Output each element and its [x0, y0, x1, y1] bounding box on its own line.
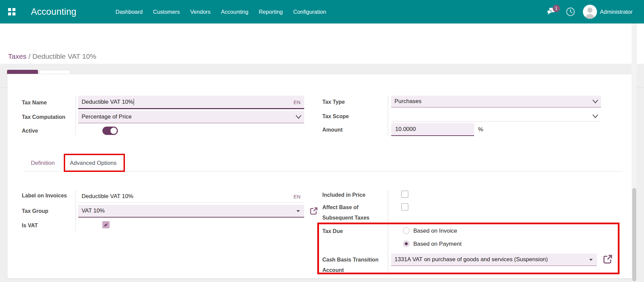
amount-label: Amount	[322, 126, 342, 133]
tax-group-select[interactable]: VAT 10%	[78, 205, 304, 218]
tax-scope-label: Tax Scope	[322, 113, 349, 120]
tax-computation-value: Percentage of Price	[82, 113, 132, 120]
label-on-invoices-label: Label on Invoices	[22, 192, 67, 199]
menu-configuration[interactable]: Configuration	[293, 9, 326, 15]
cash-basis-account-label: Cash Basis Transition Account	[322, 254, 389, 275]
apps-grid-icon[interactable]	[8, 8, 15, 15]
menu-reporting[interactable]: Reporting	[259, 9, 283, 15]
active-label: Active	[22, 127, 38, 134]
tax-type-value: Purchases	[395, 98, 421, 105]
tax-group-value: VAT 10%	[82, 207, 105, 214]
messages-badge: 1	[553, 5, 560, 12]
active-toggle[interactable]	[102, 127, 118, 135]
cash-basis-account-select[interactable]: 1331A VAT on purchase of goods and servi…	[391, 253, 597, 266]
chevron-down-icon	[592, 114, 598, 119]
caret-down-icon	[589, 259, 593, 261]
amount-value: 10.0000	[395, 126, 416, 133]
main-menu: Dashboard Customers Vendors Accounting R…	[116, 0, 326, 23]
menu-customers[interactable]: Customers	[153, 9, 180, 15]
affect-base-checkbox[interactable]	[401, 203, 408, 210]
caret-down-icon	[296, 210, 300, 212]
tax-name-value: Deductible VAT 10%	[82, 99, 133, 105]
label-on-invoices-value: Deductible VAT 10%	[82, 193, 133, 200]
external-link-icon[interactable]	[603, 254, 613, 264]
navbar-right: 1 Administrator	[547, 0, 633, 23]
messages-icon[interactable]: 1	[547, 7, 558, 17]
menu-vendors[interactable]: Vendors	[190, 9, 211, 15]
based-on-payment-radio[interactable]	[403, 240, 410, 247]
activities-clock-icon[interactable]	[565, 7, 576, 17]
tax-name-input[interactable]: Deductible VAT 10% EN	[78, 96, 304, 109]
text-cursor	[134, 99, 134, 105]
toggle-knob	[110, 128, 117, 134]
breadcrumb-separator: /	[27, 52, 33, 60]
tab-advanced-options[interactable]: Advanced Options	[70, 160, 117, 167]
language-badge[interactable]: EN	[293, 194, 301, 199]
tax-group-label: Tax Group	[22, 207, 48, 215]
breadcrumb-current: Deductible VAT 10%	[32, 52, 96, 60]
is-vat-checkbox[interactable]: ✔	[102, 221, 109, 228]
menu-accounting[interactable]: Accounting	[221, 9, 248, 15]
based-on-payment-label: Based on Payment	[413, 241, 462, 247]
chevron-down-icon	[592, 99, 598, 104]
tax-computation-label: Tax Computation	[22, 113, 65, 121]
is-vat-label: Is VAT	[22, 222, 38, 229]
label-on-invoices-input[interactable]: Deductible VAT 10% EN	[78, 190, 304, 203]
tab-definition[interactable]: Definition	[31, 160, 55, 167]
tax-due-label: Tax Due	[322, 228, 343, 235]
tax-scope-select[interactable]	[391, 111, 601, 122]
cash-basis-account-value: 1331A VAT on purchase of goods and servi…	[395, 256, 548, 263]
column-separator	[388, 96, 388, 136]
user-name: Administrator	[600, 9, 633, 15]
tax-computation-select[interactable]: Percentage of Price	[78, 111, 304, 123]
avatar	[583, 5, 597, 19]
top-navbar: Accounting Dashboard Customers Vendors A…	[0, 0, 644, 23]
tabs-underline	[24, 171, 623, 172]
column-separator	[76, 96, 76, 135]
external-link-icon[interactable]	[310, 207, 318, 215]
app-title[interactable]: Accounting	[31, 0, 77, 23]
tax-type-label: Tax Type	[322, 98, 345, 105]
amount-input[interactable]: 10.0000	[391, 123, 474, 136]
tax-type-select[interactable]: Purchases	[391, 96, 601, 107]
included-in-price-label: Included in Price	[322, 191, 365, 198]
based-on-invoice-radio[interactable]	[403, 227, 410, 234]
affect-base-label: Affect Base of Subsequent Taxes	[322, 202, 386, 223]
user-menu[interactable]: Administrator	[583, 5, 633, 19]
control-panel: Taxes / Deductible VAT 10% ✔ Save ✖ Disc…	[0, 23, 644, 64]
chevron-down-icon	[295, 115, 302, 119]
included-in-price-checkbox[interactable]	[401, 191, 408, 198]
amount-suffix: %	[478, 126, 483, 133]
breadcrumb: Taxes / Deductible VAT 10%	[8, 52, 96, 60]
language-badge[interactable]: EN	[293, 99, 301, 105]
breadcrumb-taxes-link[interactable]: Taxes	[8, 52, 27, 60]
tax-name-label: Tax Name	[22, 99, 47, 106]
based-on-invoice-label: Based on Invoice	[413, 228, 457, 234]
column-separator	[76, 190, 76, 231]
scrollbar-thumb[interactable]	[632, 188, 636, 281]
screen: Accounting Dashboard Customers Vendors A…	[0, 0, 644, 282]
menu-dashboard[interactable]: Dashboard	[116, 9, 143, 15]
